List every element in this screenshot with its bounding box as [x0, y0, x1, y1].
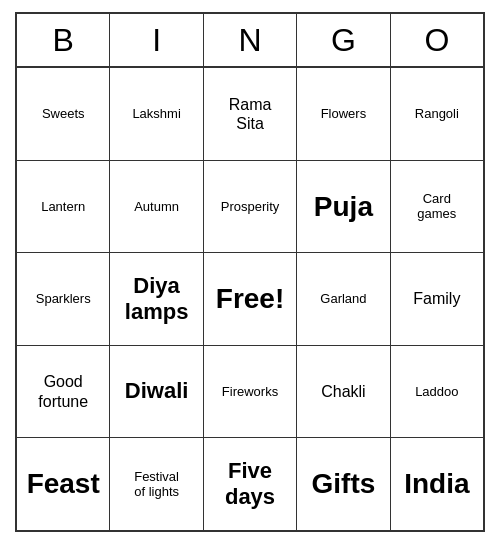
grid-row-0: SweetsLakshmiRamaSitaFlowersRangoli	[17, 68, 483, 161]
cell-3-4: Laddoo	[391, 346, 483, 438]
grid-row-2: SparklersDiyalampsFree!GarlandFamily	[17, 253, 483, 346]
grid-row-3: GoodfortuneDiwaliFireworksChakliLaddoo	[17, 346, 483, 439]
header-cell-g: G	[297, 14, 390, 66]
bingo-grid: SweetsLakshmiRamaSitaFlowersRangoliLante…	[17, 68, 483, 530]
cell-0-0: Sweets	[17, 68, 110, 160]
cell-4-3: Gifts	[297, 438, 390, 530]
cell-1-1: Autumn	[110, 161, 203, 253]
header-cell-o: O	[391, 14, 483, 66]
cell-3-1: Diwali	[110, 346, 203, 438]
cell-0-2: RamaSita	[204, 68, 297, 160]
cell-0-4: Rangoli	[391, 68, 483, 160]
cell-1-0: Lantern	[17, 161, 110, 253]
cell-4-1: Festivalof lights	[110, 438, 203, 530]
cell-1-3: Puja	[297, 161, 390, 253]
cell-4-0: Feast	[17, 438, 110, 530]
cell-3-3: Chakli	[297, 346, 390, 438]
grid-row-4: FeastFestivalof lightsFivedaysGiftsIndia	[17, 438, 483, 530]
cell-3-0: Goodfortune	[17, 346, 110, 438]
header-cell-i: I	[110, 14, 203, 66]
bingo-card: BINGO SweetsLakshmiRamaSitaFlowersRangol…	[15, 12, 485, 532]
cell-2-3: Garland	[297, 253, 390, 345]
grid-row-1: LanternAutumnProsperityPujaCardgames	[17, 161, 483, 254]
cell-2-0: Sparklers	[17, 253, 110, 345]
bingo-header: BINGO	[17, 14, 483, 68]
cell-3-2: Fireworks	[204, 346, 297, 438]
header-cell-b: B	[17, 14, 110, 66]
cell-0-1: Lakshmi	[110, 68, 203, 160]
cell-4-2: Fivedays	[204, 438, 297, 530]
cell-2-1: Diyalamps	[110, 253, 203, 345]
header-cell-n: N	[204, 14, 297, 66]
cell-0-3: Flowers	[297, 68, 390, 160]
cell-2-2: Free!	[204, 253, 297, 345]
cell-1-4: Cardgames	[391, 161, 483, 253]
cell-1-2: Prosperity	[204, 161, 297, 253]
cell-4-4: India	[391, 438, 483, 530]
cell-2-4: Family	[391, 253, 483, 345]
